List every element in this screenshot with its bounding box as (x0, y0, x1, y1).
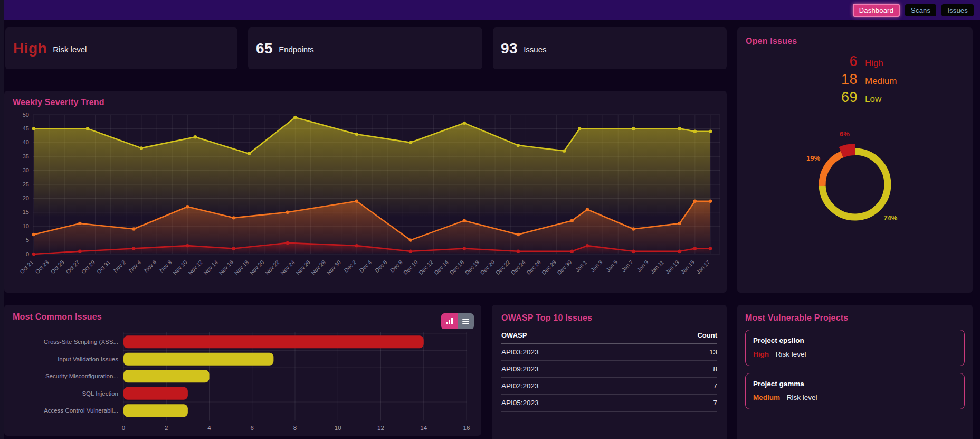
common-issues-title: Most Common Issues (13, 312, 102, 322)
bars-x-axis-labels: 0246810121416 (122, 425, 470, 431)
svg-text:SQL Injection: SQL Injection (82, 390, 118, 397)
svg-text:8: 8 (293, 425, 297, 431)
project-card-epsilon[interactable]: Project epsilon High Risk level (745, 330, 965, 366)
svg-text:4: 4 (207, 425, 211, 431)
severity-label: Medium (865, 76, 897, 87)
trend-data-point (286, 241, 289, 245)
severity-label: High (865, 58, 883, 69)
list-icon (462, 317, 469, 325)
trend-data-point (355, 244, 358, 247)
svg-text:Dec 22: Dec 22 (494, 259, 511, 276)
severity-count: 18 (746, 71, 858, 88)
trend-data-point (286, 211, 289, 214)
count-col-header: Count (642, 328, 717, 344)
trend-title: Weekly Severity Trend (13, 98, 727, 107)
trend-x-axis-labels: Oct 21Oct 23Oct 25Oct 27Oct 29Oct 31Nov … (18, 259, 711, 276)
severity-donut-chart: 74%19%6% (776, 115, 934, 253)
owasp-count-cell: 7 (642, 395, 717, 412)
svg-text:Dec 2: Dec 2 (342, 259, 357, 274)
svg-text:45: 45 (23, 125, 29, 132)
owasp-id-cell: API03:2023 (501, 344, 642, 361)
svg-text:Dec 10: Dec 10 (402, 259, 419, 276)
trend-data-point (463, 247, 466, 250)
nav-tab-dashboard[interactable]: Dashboard (853, 4, 900, 17)
owasp-top10-panel: OWASP Top 10 Issues OWASP Count API03:20… (492, 305, 727, 439)
svg-text:Jan 11: Jan 11 (649, 259, 665, 275)
svg-text:Dec 18: Dec 18 (463, 259, 480, 276)
svg-text:Dec 26: Dec 26 (525, 259, 542, 276)
svg-text:Oct 29: Oct 29 (80, 259, 96, 275)
trend-data-point (570, 250, 574, 253)
trend-data-point (678, 127, 681, 130)
severity-label: Low (865, 94, 881, 105)
svg-text:Nov 30: Nov 30 (325, 259, 342, 276)
svg-text:15: 15 (23, 209, 29, 215)
bar-3 (123, 370, 210, 382)
svg-text:Dec 24: Dec 24 (510, 259, 527, 276)
svg-text:Dec 12: Dec 12 (417, 259, 434, 276)
trend-data-point (570, 219, 574, 222)
svg-text:Jan 15: Jan 15 (679, 259, 696, 275)
risk-level-label: Risk level (53, 45, 87, 54)
trend-data-point (32, 233, 35, 236)
bar-1 (123, 335, 424, 348)
trend-data-point (709, 199, 712, 202)
nav-tab-issues[interactable]: Issues (941, 4, 974, 16)
svg-text:30: 30 (23, 167, 29, 173)
trend-data-point (78, 250, 81, 253)
svg-text:Security Misconfiguration...: Security Misconfiguration... (45, 373, 118, 379)
trend-data-point (678, 250, 681, 253)
svg-text:Nov 20: Nov 20 (248, 259, 265, 276)
severity-count: 6 (746, 53, 858, 70)
open-issues-title: Open Issues (746, 36, 964, 46)
svg-text:Nov 2: Nov 2 (112, 259, 127, 274)
trend-data-point (78, 222, 81, 225)
svg-text:0: 0 (26, 251, 29, 257)
trend-data-point (578, 127, 581, 130)
trend-data-point (194, 135, 197, 138)
svg-text:Nov 22: Nov 22 (264, 259, 281, 276)
trend-data-point (232, 247, 235, 250)
trend-data-point (693, 247, 697, 250)
donut-percent-label: 19% (806, 154, 820, 162)
svg-text:40: 40 (23, 139, 29, 145)
svg-text:Nov 28: Nov 28 (310, 259, 327, 276)
trend-data-point (409, 250, 412, 253)
trend-data-point (186, 205, 189, 208)
svg-text:Dec 6: Dec 6 (374, 259, 388, 274)
issues-card: 93 Issues (493, 27, 727, 69)
nav-tab-scans[interactable]: Scans (905, 4, 936, 16)
svg-text:50: 50 (23, 111, 29, 118)
project-name: Project epsilon (753, 337, 957, 344)
svg-text:10: 10 (335, 425, 341, 431)
svg-text:10: 10 (23, 223, 29, 229)
svg-text:Jan 7: Jan 7 (620, 259, 634, 273)
endpoints-label: Endpoints (279, 45, 314, 54)
svg-text:20: 20 (23, 195, 29, 201)
svg-text:Cross-Site Scripting (XSS...: Cross-Site Scripting (XSS... (44, 339, 118, 345)
list-view-button[interactable] (458, 313, 474, 329)
common-issues-bar-chart: Cross-Site Scripting (XSS...Input Valida… (13, 330, 477, 434)
trend-data-point (32, 127, 35, 130)
svg-text:Nov 16: Nov 16 (217, 259, 234, 276)
svg-text:Jan 3: Jan 3 (589, 259, 604, 273)
svg-text:16: 16 (463, 425, 470, 431)
trend-data-point (86, 127, 89, 130)
svg-text:12: 12 (377, 425, 384, 431)
trend-data-point (132, 227, 135, 230)
trend-data-point (693, 129, 697, 133)
svg-text:Oct 21: Oct 21 (18, 259, 34, 275)
svg-text:Dec 30: Dec 30 (556, 259, 573, 276)
trend-data-point (355, 199, 358, 202)
svg-text:Nov 6: Nov 6 (143, 259, 158, 274)
trend-data-point (563, 149, 566, 152)
issues-label: Issues (524, 45, 546, 54)
svg-text:Nov 4: Nov 4 (127, 259, 142, 274)
chart-view-toggle (441, 313, 474, 329)
bar-chart-view-button[interactable] (441, 313, 458, 329)
owasp-title: OWASP Top 10 Issues (501, 313, 717, 323)
owasp-table: OWASP Count API03:202313API09:20238API02… (501, 328, 717, 412)
svg-text:Jan 13: Jan 13 (664, 259, 680, 275)
most-common-issues-panel: Most Common Issues Cross-Site Scripting … (4, 305, 481, 436)
project-card-gamma[interactable]: Project gamma Medium Risk level (745, 373, 965, 409)
